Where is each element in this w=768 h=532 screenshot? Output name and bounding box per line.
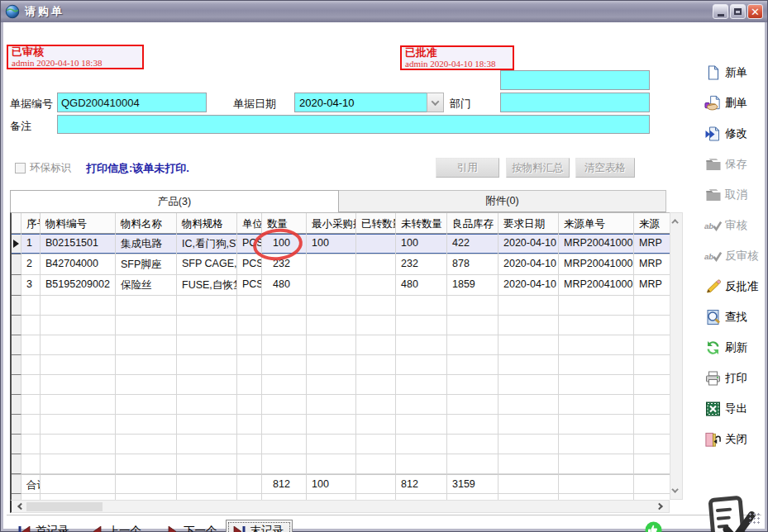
tab-products[interactable]: 产品(3)	[10, 190, 339, 212]
doc-no-field[interactable]	[57, 93, 207, 112]
cell-source-doc[interactable]: MRP200410002	[559, 234, 634, 254]
cell-good-stock[interactable]: 878	[447, 254, 498, 275]
new-doc-button[interactable]: 新单	[704, 63, 766, 82]
audit-button[interactable]: ab 审核	[704, 216, 766, 235]
cell-unconverted[interactable]: 100	[396, 234, 447, 254]
col-header-item-spec[interactable]: 物料规格	[177, 213, 237, 234]
quote-button[interactable]: 引用	[436, 158, 499, 178]
col-header-qty[interactable]: 数量	[262, 213, 307, 234]
col-header-item-name[interactable]: 物料名称	[116, 213, 177, 234]
col-header-min-batch[interactable]: 最小采购批	[307, 213, 356, 234]
close-form-button[interactable]: 关闭	[704, 430, 766, 449]
cell-req-date[interactable]: 2020-04-10	[498, 254, 559, 275]
table-row[interactable]: 3 B5195209002 保险丝 FUSE,自恢复 PCS 480 480 1…	[12, 275, 670, 296]
vertical-scrollbar[interactable]	[670, 212, 683, 500]
cell-source[interactable]: MRP	[634, 254, 670, 275]
cell-source[interactable]: MRP	[634, 275, 670, 296]
col-header-req-date[interactable]: 要求日期	[498, 213, 559, 234]
cell-min-batch[interactable]	[307, 275, 356, 296]
cell-unconverted[interactable]: 480	[396, 275, 447, 296]
cell-unit[interactable]: PCS	[237, 275, 262, 296]
cell-source-doc[interactable]: MRP200410002	[559, 275, 634, 296]
remark-field[interactable]	[57, 115, 650, 134]
minimize-button[interactable]	[713, 4, 728, 19]
cell-qty[interactable]: 232	[262, 254, 307, 275]
tab-attachments[interactable]: 附件(0)	[339, 190, 666, 212]
doc-date-dropdown-button[interactable]	[427, 93, 444, 112]
cell-qty[interactable]: 100	[262, 234, 307, 254]
delete-doc-icon	[704, 94, 723, 112]
next-record-button[interactable]: 下一个	[166, 524, 217, 532]
col-header-good-stock[interactable]: 良品库存	[447, 213, 498, 234]
save-button[interactable]: 保存	[704, 154, 766, 173]
col-header-converted[interactable]: 已转数量	[356, 213, 396, 234]
cell-unit[interactable]: PCS	[237, 234, 262, 254]
print-button[interactable]: 打印	[704, 368, 766, 387]
scroll-left-icon[interactable]	[13, 501, 26, 512]
prev-record-button[interactable]: 上一个	[91, 524, 142, 532]
cell-seq[interactable]: 2	[21, 254, 41, 275]
cell-source[interactable]: MRP	[634, 234, 670, 254]
cell-req-date[interactable]: 2020-04-10	[498, 275, 559, 296]
col-header-seq[interactable]: 序号	[21, 213, 41, 234]
cell-item-code[interactable]: B42704000	[41, 254, 116, 275]
last-record-button[interactable]: 末记录	[226, 520, 293, 532]
delete-doc-button[interactable]: 删单	[704, 93, 766, 112]
scroll-right-icon[interactable]	[654, 501, 667, 512]
cell-good-stock[interactable]: 422	[447, 234, 498, 254]
unapprove-button[interactable]: 反批准	[704, 277, 766, 296]
app-window: 请购单 ✕ 已审核 admin 2020-04-10 18:38 已批准 adm…	[0, 0, 768, 532]
cell-item-name[interactable]: 集成电路	[116, 234, 177, 254]
cell-seq[interactable]: 1	[21, 234, 41, 254]
scroll-up-icon[interactable]	[670, 215, 682, 228]
col-header-source-doc[interactable]: 来源单号	[559, 213, 634, 234]
cell-seq[interactable]: 3	[21, 275, 41, 296]
scroll-down-icon[interactable]	[670, 484, 682, 497]
cell-min-batch[interactable]	[307, 254, 356, 275]
cell-item-code[interactable]: B5195209002	[41, 275, 116, 296]
cell-source-doc[interactable]: MRP200410002	[559, 254, 634, 275]
cell-converted[interactable]	[356, 275, 396, 296]
modify-doc-button[interactable]: 修改	[704, 124, 766, 143]
clear-table-button[interactable]: 清空表格	[575, 158, 635, 178]
cell-qty[interactable]: 480	[262, 275, 307, 296]
cell-unit[interactable]: PCS	[237, 254, 262, 275]
cell-item-name[interactable]: 保险丝	[116, 275, 177, 296]
horizontal-scrollbar[interactable]	[10, 500, 670, 513]
cell-item-name[interactable]: SFP脚座	[116, 254, 177, 275]
total-good-stock: 3159	[447, 474, 498, 494]
cancel-button[interactable]: 取消	[704, 185, 766, 204]
col-header-unconverted[interactable]: 未转数量	[396, 213, 447, 234]
cell-item-spec[interactable]: SFP CAGE,4	[177, 254, 237, 275]
cell-item-spec[interactable]: FUSE,自恢复	[177, 275, 237, 296]
cell-converted[interactable]	[356, 254, 396, 275]
extra-top-field[interactable]	[500, 70, 650, 90]
unaudit-button[interactable]: ab 反审核	[704, 246, 766, 265]
table-row[interactable]: 1 B02151501 集成电路 IC,看门狗,ST PCS 100 100 1…	[12, 234, 670, 254]
dept-field[interactable]	[500, 93, 650, 112]
close-button[interactable]: ✕	[747, 4, 763, 19]
cell-good-stock[interactable]: 1859	[447, 275, 498, 296]
maximize-button[interactable]	[730, 4, 746, 19]
cell-req-date[interactable]: 2020-04-10	[498, 234, 559, 254]
doc-date-field[interactable]	[294, 93, 427, 112]
eco-checkbox[interactable]	[15, 163, 26, 173]
col-header-source[interactable]: 来源	[634, 213, 670, 234]
horizontal-scroll-thumb[interactable]	[26, 502, 103, 511]
cell-converted[interactable]	[356, 234, 396, 254]
total-qty: 812	[262, 474, 307, 494]
first-record-button[interactable]: 首记录	[18, 524, 69, 532]
export-button[interactable]: 导出	[704, 399, 766, 418]
find-button[interactable]: 查找	[704, 307, 766, 326]
cell-item-spec[interactable]: IC,看门狗,ST	[177, 234, 237, 254]
table-row[interactable]: 2 B42704000 SFP脚座 SFP CAGE,4 PCS 232 232…	[12, 254, 670, 275]
cell-unconverted[interactable]: 232	[396, 254, 447, 275]
summarize-by-material-button[interactable]: 按物料汇总	[506, 158, 570, 178]
approved-stamp: 已批准 admin 2020-04-10 18:38	[400, 45, 514, 70]
cell-item-code[interactable]: B02151501	[41, 234, 116, 254]
col-header-unit[interactable]: 单位	[237, 213, 262, 234]
col-header-item-code[interactable]: 物料编号	[41, 213, 116, 234]
refresh-button[interactable]: 刷新	[704, 338, 766, 357]
cell-min-batch[interactable]: 100	[307, 234, 356, 254]
resize-grip[interactable]	[749, 513, 761, 525]
